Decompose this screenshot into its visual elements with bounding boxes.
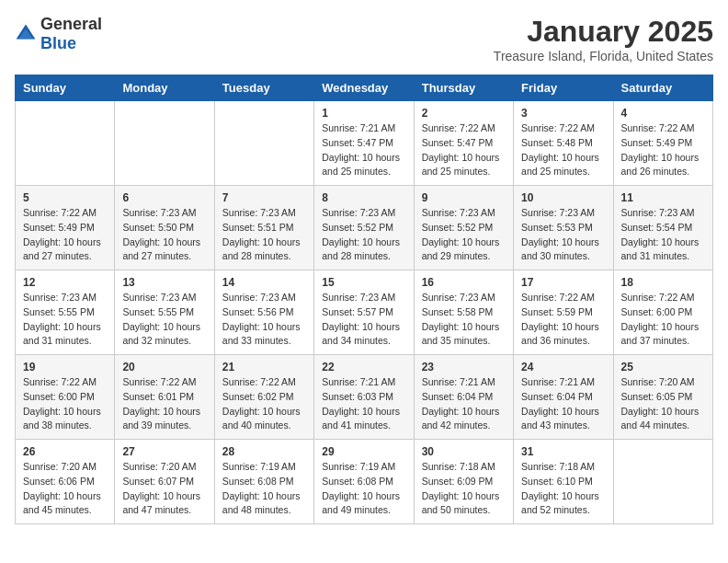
calendar-cell <box>214 101 313 186</box>
day-number: 15 <box>322 276 405 289</box>
calendar-cell: 19Sunrise: 7:22 AMSunset: 6:00 PMDayligh… <box>16 355 115 440</box>
day-number: 8 <box>322 191 405 204</box>
calendar-cell: 17Sunrise: 7:22 AMSunset: 5:59 PMDayligh… <box>514 270 613 355</box>
calendar-table: SundayMondayTuesdayWednesdayThursdayFrid… <box>15 75 713 524</box>
day-info: Sunrise: 7:19 AMSunset: 6:08 PMDaylight:… <box>222 460 306 518</box>
day-number: 29 <box>322 445 405 458</box>
day-info: Sunrise: 7:23 AMSunset: 5:55 PMDaylight:… <box>122 291 206 349</box>
calendar-cell: 6Sunrise: 7:23 AMSunset: 5:50 PMDaylight… <box>115 186 214 270</box>
logo: General Blue <box>15 15 102 53</box>
column-header-saturday: Saturday <box>613 75 712 101</box>
day-info: Sunrise: 7:23 AMSunset: 5:51 PMDaylight:… <box>222 206 306 264</box>
day-info: Sunrise: 7:23 AMSunset: 5:57 PMDaylight:… <box>322 291 405 349</box>
calendar-cell: 27Sunrise: 7:20 AMSunset: 6:07 PMDayligh… <box>115 440 214 524</box>
calendar-cell: 26Sunrise: 7:20 AMSunset: 6:06 PMDayligh… <box>16 440 115 524</box>
calendar-cell: 4Sunrise: 7:22 AMSunset: 5:49 PMDaylight… <box>613 101 712 186</box>
calendar-cell: 7Sunrise: 7:23 AMSunset: 5:51 PMDaylight… <box>214 186 313 270</box>
day-number: 4 <box>621 107 705 120</box>
day-number: 9 <box>422 191 506 204</box>
day-info: Sunrise: 7:22 AMSunset: 6:01 PMDaylight:… <box>122 375 206 433</box>
week-row-5: 26Sunrise: 7:20 AMSunset: 6:06 PMDayligh… <box>16 440 713 524</box>
column-header-friday: Friday <box>514 75 613 101</box>
day-info: Sunrise: 7:21 AMSunset: 6:04 PMDaylight:… <box>521 375 605 433</box>
week-row-3: 12Sunrise: 7:23 AMSunset: 5:55 PMDayligh… <box>16 270 713 355</box>
day-number: 10 <box>521 191 605 204</box>
day-info: Sunrise: 7:20 AMSunset: 6:07 PMDaylight:… <box>122 460 206 518</box>
day-number: 31 <box>521 445 605 458</box>
day-info: Sunrise: 7:20 AMSunset: 6:05 PMDaylight:… <box>621 375 705 433</box>
column-header-sunday: Sunday <box>16 75 115 101</box>
logo-icon <box>15 23 37 45</box>
calendar-body: 1Sunrise: 7:21 AMSunset: 5:47 PMDaylight… <box>16 101 713 524</box>
calendar-cell: 2Sunrise: 7:22 AMSunset: 5:47 PMDaylight… <box>414 101 513 186</box>
day-info: Sunrise: 7:18 AMSunset: 6:09 PMDaylight:… <box>422 460 506 518</box>
day-info: Sunrise: 7:20 AMSunset: 6:06 PMDaylight:… <box>23 460 107 518</box>
day-info: Sunrise: 7:22 AMSunset: 5:48 PMDaylight:… <box>521 121 605 179</box>
calendar-cell: 18Sunrise: 7:22 AMSunset: 6:00 PMDayligh… <box>613 270 712 355</box>
day-info: Sunrise: 7:23 AMSunset: 5:54 PMDaylight:… <box>621 206 705 264</box>
calendar-cell: 24Sunrise: 7:21 AMSunset: 6:04 PMDayligh… <box>514 355 613 440</box>
calendar-cell: 16Sunrise: 7:23 AMSunset: 5:58 PMDayligh… <box>414 270 513 355</box>
day-info: Sunrise: 7:22 AMSunset: 6:00 PMDaylight:… <box>23 375 107 433</box>
day-number: 5 <box>23 191 107 204</box>
column-header-thursday: Thursday <box>414 75 513 101</box>
day-number: 17 <box>521 276 605 289</box>
day-info: Sunrise: 7:22 AMSunset: 6:02 PMDaylight:… <box>222 375 306 433</box>
day-number: 26 <box>23 445 107 458</box>
day-number: 18 <box>621 276 705 289</box>
calendar-cell: 12Sunrise: 7:23 AMSunset: 5:55 PMDayligh… <box>16 270 115 355</box>
day-number: 25 <box>621 361 705 373</box>
day-number: 11 <box>621 191 705 204</box>
day-number: 19 <box>23 361 107 373</box>
calendar-cell: 13Sunrise: 7:23 AMSunset: 5:55 PMDayligh… <box>115 270 214 355</box>
calendar-cell <box>115 101 214 186</box>
calendar-cell <box>16 101 115 186</box>
day-number: 2 <box>422 107 506 120</box>
day-info: Sunrise: 7:23 AMSunset: 5:50 PMDaylight:… <box>122 206 206 264</box>
day-number: 13 <box>122 276 206 289</box>
day-info: Sunrise: 7:22 AMSunset: 5:47 PMDaylight:… <box>422 121 506 179</box>
calendar-header: SundayMondayTuesdayWednesdayThursdayFrid… <box>16 75 713 101</box>
day-number: 23 <box>422 361 506 373</box>
day-info: Sunrise: 7:23 AMSunset: 5:56 PMDaylight:… <box>222 291 306 349</box>
day-info: Sunrise: 7:22 AMSunset: 5:49 PMDaylight:… <box>621 121 705 179</box>
calendar-cell: 8Sunrise: 7:23 AMSunset: 5:52 PMDaylight… <box>314 186 414 270</box>
column-header-wednesday: Wednesday <box>314 75 414 101</box>
calendar-cell: 10Sunrise: 7:23 AMSunset: 5:53 PMDayligh… <box>514 186 613 270</box>
day-number: 24 <box>521 361 605 373</box>
day-number: 14 <box>222 276 306 289</box>
day-info: Sunrise: 7:23 AMSunset: 5:58 PMDaylight:… <box>422 291 506 349</box>
day-info: Sunrise: 7:22 AMSunset: 6:00 PMDaylight:… <box>621 291 705 349</box>
calendar-cell: 9Sunrise: 7:23 AMSunset: 5:52 PMDaylight… <box>414 186 513 270</box>
week-row-1: 1Sunrise: 7:21 AMSunset: 5:47 PMDaylight… <box>16 101 713 186</box>
day-number: 3 <box>521 107 605 120</box>
page-header: General Blue January 2025 Treasure Islan… <box>15 15 713 63</box>
day-info: Sunrise: 7:21 AMSunset: 6:03 PMDaylight:… <box>322 375 405 433</box>
calendar-cell: 5Sunrise: 7:22 AMSunset: 5:49 PMDaylight… <box>16 186 115 270</box>
day-info: Sunrise: 7:23 AMSunset: 5:55 PMDaylight:… <box>23 291 107 349</box>
calendar-title: January 2025 <box>494 15 713 49</box>
day-info: Sunrise: 7:22 AMSunset: 5:59 PMDaylight:… <box>521 291 605 349</box>
calendar-cell: 30Sunrise: 7:18 AMSunset: 6:09 PMDayligh… <box>414 440 513 524</box>
calendar-cell: 29Sunrise: 7:19 AMSunset: 6:08 PMDayligh… <box>314 440 414 524</box>
calendar-cell: 11Sunrise: 7:23 AMSunset: 5:54 PMDayligh… <box>613 186 712 270</box>
header-row: SundayMondayTuesdayWednesdayThursdayFrid… <box>16 75 713 101</box>
day-number: 30 <box>422 445 506 458</box>
logo-general: General <box>40 15 102 33</box>
calendar-cell: 20Sunrise: 7:22 AMSunset: 6:01 PMDayligh… <box>115 355 214 440</box>
calendar-cell: 25Sunrise: 7:20 AMSunset: 6:05 PMDayligh… <box>613 355 712 440</box>
week-row-4: 19Sunrise: 7:22 AMSunset: 6:00 PMDayligh… <box>16 355 713 440</box>
calendar-cell: 23Sunrise: 7:21 AMSunset: 6:04 PMDayligh… <box>414 355 513 440</box>
day-info: Sunrise: 7:21 AMSunset: 5:47 PMDaylight:… <box>322 121 405 179</box>
week-row-2: 5Sunrise: 7:22 AMSunset: 5:49 PMDaylight… <box>16 186 713 270</box>
day-number: 16 <box>422 276 506 289</box>
calendar-cell: 14Sunrise: 7:23 AMSunset: 5:56 PMDayligh… <box>214 270 313 355</box>
day-info: Sunrise: 7:23 AMSunset: 5:52 PMDaylight:… <box>322 206 405 264</box>
calendar-cell: 1Sunrise: 7:21 AMSunset: 5:47 PMDaylight… <box>314 101 414 186</box>
day-info: Sunrise: 7:23 AMSunset: 5:52 PMDaylight:… <box>422 206 506 264</box>
calendar-subtitle: Treasure Island, Florida, United States <box>494 49 713 63</box>
calendar-cell: 15Sunrise: 7:23 AMSunset: 5:57 PMDayligh… <box>314 270 414 355</box>
day-number: 12 <box>23 276 107 289</box>
day-number: 1 <box>322 107 405 120</box>
day-info: Sunrise: 7:19 AMSunset: 6:08 PMDaylight:… <box>322 460 405 518</box>
